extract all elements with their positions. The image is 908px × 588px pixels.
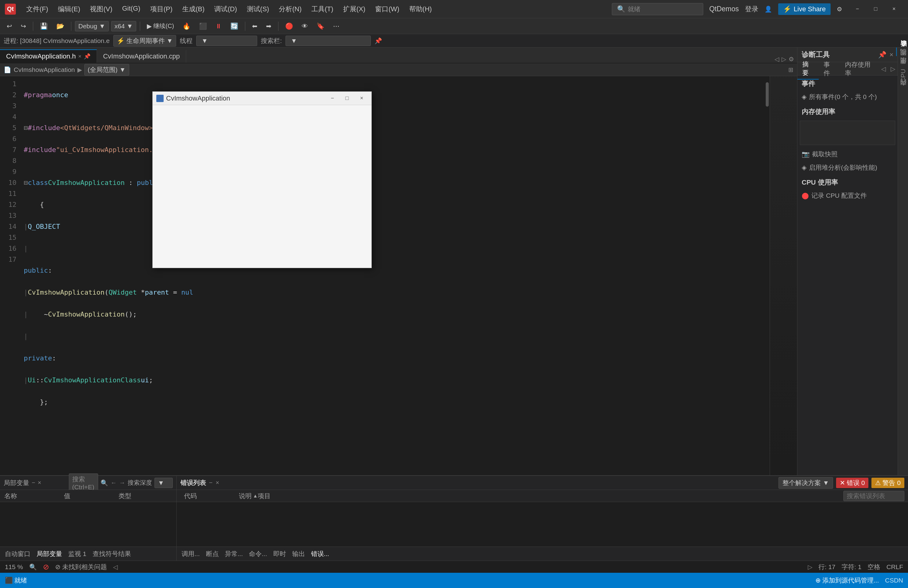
output-btn[interactable]: 输出 [292,549,305,558]
toolbar-step-over[interactable]: ⬛ [196,21,210,31]
tab-cpp[interactable]: CvImshowApplication.cpp [97,50,186,63]
tab-close-icon[interactable]: × [78,53,82,60]
split-editor-icon[interactable]: ⊞ [788,66,794,73]
locals-back-icon[interactable]: ← [111,479,117,486]
menu-window[interactable]: 窗口(W) [371,3,403,16]
toolbar-more[interactable]: ⋯ [330,21,343,31]
search-box[interactable]: 🔍 就绪 [612,3,703,15]
code-area[interactable]: 1 2 3 4 5 6 7 8 9 10 11 12 13 14 15 16 1… [0,76,797,475]
profile-settings-icon[interactable]: ⚙ [837,5,842,13]
panel-pin-icon[interactable]: 📌 [878,51,886,59]
tab-header[interactable]: CvImshowApplication.h × 📌 [0,49,97,63]
menu-help[interactable]: 帮助(H) [405,3,436,16]
heap-analysis-item[interactable]: ◈ 启用堆分析(会影响性能) [797,161,898,174]
tab-locals[interactable]: 局部变量 [37,549,62,558]
error-close-icon[interactable]: × [216,479,219,486]
vert-tab-diagnostics[interactable]: 诊断会话 [896,48,908,56]
solution-dropdown[interactable]: 整个解决方案 ▼ [779,477,833,489]
tab-scroll-right-icon[interactable]: ▷ [782,55,786,63]
dialog-app-icon [156,95,164,102]
maximize-button[interactable]: □ [866,3,885,15]
toolbar-save[interactable]: 💾 [37,21,51,31]
platform-dropdown[interactable]: x64 ▼ [111,21,137,31]
error-list-body [177,502,908,546]
dialog-close-button[interactable]: × [356,94,368,103]
depth-dropdown[interactable]: ▼ [155,478,173,488]
error-search-input[interactable] [844,491,904,501]
menu-analyze[interactable]: 分析(N) [275,3,306,16]
exceptions-btn[interactable]: 异常... [225,549,243,558]
dialog-maximize-button[interactable]: □ [341,94,353,103]
event-dropdown[interactable]: ⚡ 生命周期事件 ▼ [113,35,176,47]
locals-close-icon[interactable]: × [38,479,42,486]
add-source-control[interactable]: ⊕ 添加到源代码管理... [815,576,879,585]
immediate-btn[interactable]: 即时 [273,549,286,558]
toolbar-restart[interactable]: 🔄 [227,21,241,31]
login-button[interactable]: 登录 [745,5,758,14]
menu-edit[interactable]: 编辑(E) [54,3,84,16]
vert-tab-memory[interactable]: 内存 [897,87,908,95]
menu-build[interactable]: 生成(B) [178,3,209,16]
zoom-level[interactable]: 115 % [5,563,23,570]
thread-dropdown[interactable]: ▼ [196,35,257,46]
tab-watch[interactable]: 监视 1 [68,549,87,558]
chevron-down-icon: ▼ [119,66,126,73]
status-arrow-left[interactable]: ◁ [113,563,118,570]
panel-close-icon[interactable]: × [889,51,894,59]
toolbar-forward[interactable]: ➡ [263,21,275,31]
toolbar-undo[interactable]: ↩ [4,21,15,31]
locals-forward-icon[interactable]: → [119,479,125,486]
status-arrow-right[interactable]: ▷ [808,563,812,570]
continue-button[interactable]: ▶ 继续(C) [144,21,177,31]
code-content[interactable]: #pragma once ⊟ #include <QtWidgets/QMain… [21,76,765,475]
search-btn-icon[interactable]: 🔍 [101,479,108,487]
warnings-badge[interactable]: ⚠ 警告 0 [871,478,904,488]
tab-pin-icon[interactable]: 📌 [84,53,90,60]
call-stack-btn[interactable]: 调用... [182,549,200,558]
menu-test[interactable]: 测试(S) [243,3,273,16]
toolbar-bookmark[interactable]: 🔖 [314,21,328,31]
error-list-btn[interactable]: 错误... [311,549,329,558]
error-pin-icon[interactable]: − [209,479,213,486]
live-share-button[interactable]: ⚡ Live Share [778,3,831,15]
toolbar-breakpoint[interactable]: 🔴 [282,21,296,31]
cpu-record-item[interactable]: ⬤ 记录 CPU 配置文件 [797,189,898,202]
menu-debug[interactable]: 调试(D) [210,3,241,16]
close-button[interactable]: × [885,3,903,15]
vert-tab-cpu[interactable]: CPU使用率 [897,64,908,87]
menu-tools[interactable]: 工具(T) [307,3,338,16]
snapshot-item[interactable]: 📷 截取快照 [797,147,898,161]
minimize-button[interactable]: − [848,3,866,15]
toolbar-back[interactable]: ⬅ [249,21,261,31]
vert-tab-view[interactable]: 视图 [897,56,908,64]
process-pin-icon[interactable]: 📌 [375,37,382,45]
menu-project[interactable]: 项目(P) [146,3,177,16]
toolbar-watch[interactable]: 👁 [299,21,311,31]
dialog-minimize-button[interactable]: − [326,94,338,103]
command-btn[interactable]: 命令... [249,549,267,558]
toolbar-step-into[interactable]: ⏸ [213,21,225,31]
breadcrumb[interactable]: CvImshowApplication [14,66,75,73]
locals-pin-icon[interactable]: − [32,479,35,486]
debug-config-dropdown[interactable]: Debug ▼ [75,21,109,31]
menu-view[interactable]: 视图(V) [85,3,116,16]
errors-badge[interactable]: ✕ 错误 0 [836,478,869,488]
toolbar-redo[interactable]: ↪ [18,21,29,31]
tab-gear-icon[interactable]: ⚙ [789,55,794,63]
breakpoints-btn[interactable]: 断点 [206,549,219,558]
menu-git[interactable]: Git(G) [118,3,145,16]
toolbar-open[interactable]: 📂 [53,21,68,31]
menu-file[interactable]: 文件(F) [22,3,52,16]
csdn-logo[interactable]: CSDN [885,577,903,584]
tab-scroll-left-icon[interactable]: ◁ [774,55,779,63]
locals-search[interactable]: 搜索(Ctrl+E) [69,474,98,492]
menu-extensions[interactable]: 扩展(X) [339,3,370,16]
tab-symbol-results[interactable]: 查找符号结果 [93,549,131,558]
scrollbar-thumb[interactable] [766,82,769,106]
toolbar-fire[interactable]: 🔥 [179,21,193,31]
tabs-nav-left[interactable]: ◁ [879,65,888,72]
scope-dropdown[interactable]: (全局范围) ▼ [84,64,129,76]
tab-auto-window[interactable]: 自动窗口 [5,549,31,558]
vertical-scrollbar[interactable] [765,76,770,475]
search-bar-dropdown[interactable]: ▼ [285,35,371,46]
